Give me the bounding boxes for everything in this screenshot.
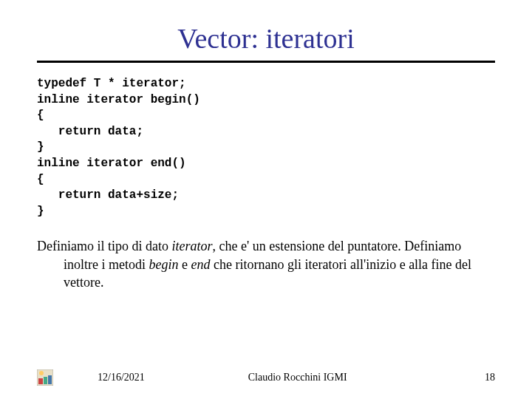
description-paragraph: Definiamo il tipo di dato iterator, che …	[37, 237, 495, 291]
svg-rect-2	[44, 377, 47, 384]
footer-page-number: 18	[485, 372, 495, 383]
desc-em-begin: begin	[149, 257, 178, 272]
code-block: typedef T * iterator; inline iterator be…	[37, 76, 495, 219]
slide: Vector: iteratori typedef T * iterator; …	[0, 0, 532, 399]
footer: 12/16/2021 Claudio Rocchini IGMI 18	[37, 369, 495, 386]
slide-thumbnail-icon	[37, 369, 53, 386]
desc-text: Definiamo il tipo di dato	[37, 239, 171, 253]
title-underline	[37, 61, 495, 63]
desc-em-iterator: iterator	[171, 239, 212, 253]
slide-title: Vector: iteratori	[37, 22, 495, 55]
footer-date: 12/16/2021	[98, 372, 145, 383]
desc-em-end: end	[191, 257, 210, 272]
svg-point-4	[39, 371, 44, 375]
footer-author: Claudio Rocchini IGMI	[248, 372, 485, 383]
desc-text: e	[178, 257, 191, 272]
svg-rect-1	[38, 378, 43, 384]
svg-rect-3	[48, 375, 52, 384]
